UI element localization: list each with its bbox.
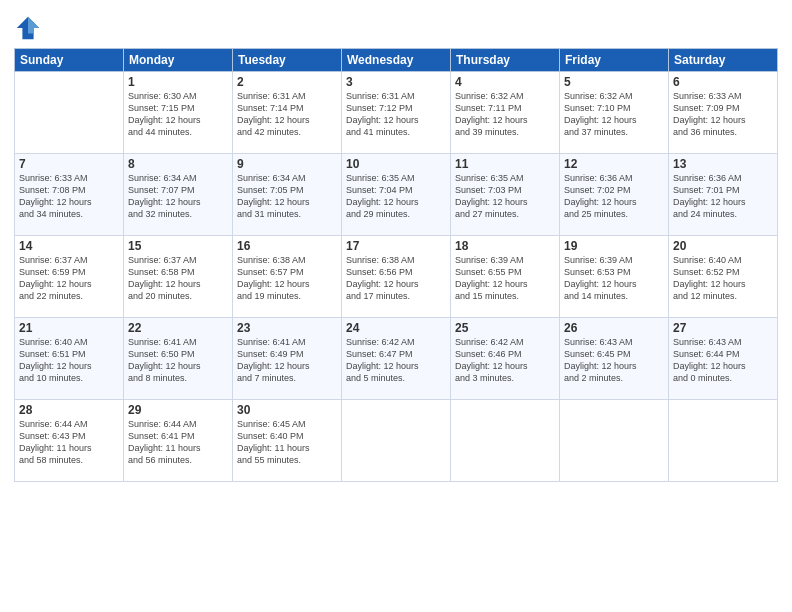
calendar-week-row: 28Sunrise: 6:44 AM Sunset: 6:43 PM Dayli… <box>15 400 778 482</box>
day-header: Sunday <box>15 49 124 72</box>
calendar-cell: 30Sunrise: 6:45 AM Sunset: 6:40 PM Dayli… <box>233 400 342 482</box>
day-info: Sunrise: 6:37 AM Sunset: 6:58 PM Dayligh… <box>128 254 228 303</box>
calendar-cell: 16Sunrise: 6:38 AM Sunset: 6:57 PM Dayli… <box>233 236 342 318</box>
day-number: 29 <box>128 403 228 417</box>
calendar-cell <box>560 400 669 482</box>
day-header: Tuesday <box>233 49 342 72</box>
calendar-cell: 28Sunrise: 6:44 AM Sunset: 6:43 PM Dayli… <box>15 400 124 482</box>
day-info: Sunrise: 6:39 AM Sunset: 6:55 PM Dayligh… <box>455 254 555 303</box>
calendar-cell: 5Sunrise: 6:32 AM Sunset: 7:10 PM Daylig… <box>560 72 669 154</box>
day-info: Sunrise: 6:31 AM Sunset: 7:12 PM Dayligh… <box>346 90 446 139</box>
day-info: Sunrise: 6:45 AM Sunset: 6:40 PM Dayligh… <box>237 418 337 467</box>
day-number: 10 <box>346 157 446 171</box>
day-number: 30 <box>237 403 337 417</box>
day-number: 21 <box>19 321 119 335</box>
calendar-week-row: 1Sunrise: 6:30 AM Sunset: 7:15 PM Daylig… <box>15 72 778 154</box>
logo <box>14 14 46 42</box>
day-number: 22 <box>128 321 228 335</box>
calendar-cell: 10Sunrise: 6:35 AM Sunset: 7:04 PM Dayli… <box>342 154 451 236</box>
day-number: 27 <box>673 321 773 335</box>
calendar-cell: 11Sunrise: 6:35 AM Sunset: 7:03 PM Dayli… <box>451 154 560 236</box>
day-info: Sunrise: 6:30 AM Sunset: 7:15 PM Dayligh… <box>128 90 228 139</box>
day-info: Sunrise: 6:43 AM Sunset: 6:45 PM Dayligh… <box>564 336 664 385</box>
day-number: 12 <box>564 157 664 171</box>
day-info: Sunrise: 6:33 AM Sunset: 7:08 PM Dayligh… <box>19 172 119 221</box>
day-number: 15 <box>128 239 228 253</box>
calendar-cell: 17Sunrise: 6:38 AM Sunset: 6:56 PM Dayli… <box>342 236 451 318</box>
day-info: Sunrise: 6:34 AM Sunset: 7:07 PM Dayligh… <box>128 172 228 221</box>
header-row: SundayMondayTuesdayWednesdayThursdayFrid… <box>15 49 778 72</box>
day-number: 11 <box>455 157 555 171</box>
calendar-week-row: 14Sunrise: 6:37 AM Sunset: 6:59 PM Dayli… <box>15 236 778 318</box>
calendar-cell: 26Sunrise: 6:43 AM Sunset: 6:45 PM Dayli… <box>560 318 669 400</box>
calendar-cell: 8Sunrise: 6:34 AM Sunset: 7:07 PM Daylig… <box>124 154 233 236</box>
calendar-cell: 21Sunrise: 6:40 AM Sunset: 6:51 PM Dayli… <box>15 318 124 400</box>
calendar-cell: 12Sunrise: 6:36 AM Sunset: 7:02 PM Dayli… <box>560 154 669 236</box>
day-info: Sunrise: 6:32 AM Sunset: 7:10 PM Dayligh… <box>564 90 664 139</box>
calendar-cell <box>15 72 124 154</box>
day-info: Sunrise: 6:43 AM Sunset: 6:44 PM Dayligh… <box>673 336 773 385</box>
day-number: 25 <box>455 321 555 335</box>
day-info: Sunrise: 6:44 AM Sunset: 6:43 PM Dayligh… <box>19 418 119 467</box>
calendar-cell: 22Sunrise: 6:41 AM Sunset: 6:50 PM Dayli… <box>124 318 233 400</box>
day-info: Sunrise: 6:38 AM Sunset: 6:57 PM Dayligh… <box>237 254 337 303</box>
day-info: Sunrise: 6:36 AM Sunset: 7:01 PM Dayligh… <box>673 172 773 221</box>
day-info: Sunrise: 6:41 AM Sunset: 6:50 PM Dayligh… <box>128 336 228 385</box>
day-info: Sunrise: 6:42 AM Sunset: 6:46 PM Dayligh… <box>455 336 555 385</box>
day-info: Sunrise: 6:40 AM Sunset: 6:52 PM Dayligh… <box>673 254 773 303</box>
svg-marker-1 <box>28 17 39 34</box>
day-number: 23 <box>237 321 337 335</box>
day-header: Thursday <box>451 49 560 72</box>
day-info: Sunrise: 6:34 AM Sunset: 7:05 PM Dayligh… <box>237 172 337 221</box>
day-info: Sunrise: 6:39 AM Sunset: 6:53 PM Dayligh… <box>564 254 664 303</box>
day-info: Sunrise: 6:36 AM Sunset: 7:02 PM Dayligh… <box>564 172 664 221</box>
day-info: Sunrise: 6:32 AM Sunset: 7:11 PM Dayligh… <box>455 90 555 139</box>
day-number: 6 <box>673 75 773 89</box>
day-header: Friday <box>560 49 669 72</box>
day-number: 14 <box>19 239 119 253</box>
day-number: 7 <box>19 157 119 171</box>
calendar-cell <box>451 400 560 482</box>
calendar-cell: 19Sunrise: 6:39 AM Sunset: 6:53 PM Dayli… <box>560 236 669 318</box>
day-number: 13 <box>673 157 773 171</box>
day-info: Sunrise: 6:42 AM Sunset: 6:47 PM Dayligh… <box>346 336 446 385</box>
day-number: 24 <box>346 321 446 335</box>
day-number: 5 <box>564 75 664 89</box>
day-info: Sunrise: 6:38 AM Sunset: 6:56 PM Dayligh… <box>346 254 446 303</box>
calendar-cell: 27Sunrise: 6:43 AM Sunset: 6:44 PM Dayli… <box>669 318 778 400</box>
calendar-cell: 18Sunrise: 6:39 AM Sunset: 6:55 PM Dayli… <box>451 236 560 318</box>
calendar-cell: 2Sunrise: 6:31 AM Sunset: 7:14 PM Daylig… <box>233 72 342 154</box>
calendar-cell: 4Sunrise: 6:32 AM Sunset: 7:11 PM Daylig… <box>451 72 560 154</box>
calendar-cell: 9Sunrise: 6:34 AM Sunset: 7:05 PM Daylig… <box>233 154 342 236</box>
logo-icon <box>14 14 42 42</box>
day-number: 26 <box>564 321 664 335</box>
calendar-cell: 13Sunrise: 6:36 AM Sunset: 7:01 PM Dayli… <box>669 154 778 236</box>
calendar-cell: 25Sunrise: 6:42 AM Sunset: 6:46 PM Dayli… <box>451 318 560 400</box>
day-number: 4 <box>455 75 555 89</box>
day-number: 1 <box>128 75 228 89</box>
day-number: 16 <box>237 239 337 253</box>
day-info: Sunrise: 6:35 AM Sunset: 7:03 PM Dayligh… <box>455 172 555 221</box>
calendar: SundayMondayTuesdayWednesdayThursdayFrid… <box>14 48 778 482</box>
day-header: Monday <box>124 49 233 72</box>
day-number: 20 <box>673 239 773 253</box>
calendar-cell: 29Sunrise: 6:44 AM Sunset: 6:41 PM Dayli… <box>124 400 233 482</box>
day-info: Sunrise: 6:44 AM Sunset: 6:41 PM Dayligh… <box>128 418 228 467</box>
calendar-cell <box>669 400 778 482</box>
day-number: 18 <box>455 239 555 253</box>
day-info: Sunrise: 6:40 AM Sunset: 6:51 PM Dayligh… <box>19 336 119 385</box>
calendar-cell: 3Sunrise: 6:31 AM Sunset: 7:12 PM Daylig… <box>342 72 451 154</box>
calendar-cell: 23Sunrise: 6:41 AM Sunset: 6:49 PM Dayli… <box>233 318 342 400</box>
calendar-cell <box>342 400 451 482</box>
calendar-cell: 1Sunrise: 6:30 AM Sunset: 7:15 PM Daylig… <box>124 72 233 154</box>
day-number: 2 <box>237 75 337 89</box>
day-number: 9 <box>237 157 337 171</box>
calendar-cell: 20Sunrise: 6:40 AM Sunset: 6:52 PM Dayli… <box>669 236 778 318</box>
page: SundayMondayTuesdayWednesdayThursdayFrid… <box>0 0 792 612</box>
day-info: Sunrise: 6:33 AM Sunset: 7:09 PM Dayligh… <box>673 90 773 139</box>
day-number: 19 <box>564 239 664 253</box>
calendar-week-row: 21Sunrise: 6:40 AM Sunset: 6:51 PM Dayli… <box>15 318 778 400</box>
day-header: Wednesday <box>342 49 451 72</box>
day-info: Sunrise: 6:35 AM Sunset: 7:04 PM Dayligh… <box>346 172 446 221</box>
calendar-cell: 6Sunrise: 6:33 AM Sunset: 7:09 PM Daylig… <box>669 72 778 154</box>
